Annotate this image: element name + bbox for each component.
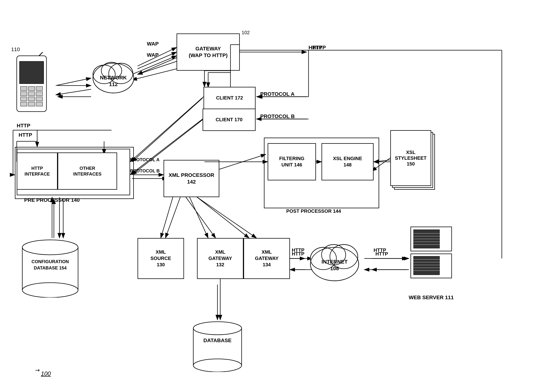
svg-point-92 [22, 240, 78, 255]
web-server: WEB SERVER 111 [407, 223, 455, 301]
internet-cloud: INTERNET108 [305, 234, 364, 286]
svg-line-123 [197, 197, 256, 238]
svg-rect-43 [21, 97, 27, 101]
svg-line-62 [138, 58, 177, 74]
svg-rect-42 [36, 92, 42, 96]
http-left-main-label: HTTP [17, 123, 30, 129]
svg-line-121 [161, 197, 173, 238]
client170-box: CLIENT 170 [203, 109, 255, 131]
svg-line-21 [197, 197, 249, 238]
client172-box: CLIENT 172 [204, 87, 255, 109]
database-cylinder: DATABASE [190, 320, 245, 372]
svg-line-113 [132, 98, 203, 162]
protocol-b-pre-label: PROTOCOL B [130, 168, 160, 174]
gateway-box: GATEWAY(WAP TO HTTP) [177, 34, 240, 71]
svg-rect-48 [36, 102, 42, 106]
phone-device [11, 52, 52, 119]
svg-rect-36 [20, 61, 44, 84]
http-internet-server: HTTP [375, 251, 388, 257]
svg-point-96 [193, 359, 242, 372]
database-label: DATABASE [190, 337, 245, 343]
http-left-label: HTTP [19, 132, 32, 138]
network-cloud: NETWORK112 [89, 52, 138, 100]
phone-ref: 110 [11, 47, 20, 52]
svg-line-20 [190, 197, 208, 238]
svg-point-93 [22, 283, 78, 298]
xml-processor-box: XML PROCESSOR142 [164, 160, 219, 197]
svg-rect-38 [28, 86, 35, 91]
svg-line-102 [138, 61, 177, 74]
protocol-b-label: PROTOCOL B [260, 113, 295, 119]
post-processor-label: POST PROCESSOR 144 [286, 208, 341, 214]
svg-line-99 [56, 78, 91, 85]
svg-rect-40 [21, 92, 27, 96]
svg-rect-41 [28, 92, 35, 96]
config-database: CONFIGURATIONDATABASE 154 [19, 238, 82, 298]
xml-source-box: XMLSOURCE130 [138, 238, 184, 279]
wap-label: WAP [147, 41, 159, 47]
svg-line-34 [39, 52, 43, 56]
svg-line-15 [130, 97, 204, 162]
diagram: 100 ↗ 110 [0, 0, 552, 392]
filtering-unit-box: FILTERINGUNIT 146 [268, 143, 316, 180]
web-server-label: WEB SERVER 111 [407, 294, 455, 301]
figure-arrow: ↗ [34, 366, 41, 374]
svg-line-100 [56, 89, 91, 95]
svg-line-6 [132, 56, 177, 74]
svg-line-19 [166, 197, 180, 238]
svg-rect-47 [28, 102, 35, 106]
xml-gateway-134-box: XMLGATEWAY134 [243, 238, 290, 279]
pre-processor-outer-box [15, 147, 134, 199]
internet-label: INTERNET108 [305, 259, 364, 272]
protocol-a-pre-label: PROTOCOL A [130, 157, 159, 162]
xsl-engine-box: XSL ENGINE148 [322, 143, 373, 180]
svg-rect-46 [21, 102, 27, 106]
config-db-label: CONFIGURATIONDATABASE 154 [19, 259, 82, 271]
xml-gateway-132-box: XMLGATEWAY132 [197, 238, 243, 279]
svg-line-18 [214, 154, 266, 171]
svg-line-122 [186, 197, 216, 238]
svg-line-7 [132, 69, 177, 80]
svg-rect-39 [36, 86, 42, 91]
svg-rect-37 [21, 86, 27, 91]
http-gateway-label: HTTP [312, 45, 326, 51]
network-label: NETWORK112 [89, 74, 138, 88]
http-xml-internet: HTTP [292, 251, 304, 257]
svg-rect-45 [36, 97, 42, 101]
gateway-ref: 102 [242, 30, 250, 35]
svg-rect-44 [28, 97, 35, 101]
svg-rect-85 [414, 256, 440, 275]
svg-point-95 [193, 322, 242, 335]
protocol-a-label: PROTOCOL A [260, 91, 295, 97]
figure-number: 100 [41, 370, 51, 377]
wap-label-main: WAP [147, 52, 159, 58]
